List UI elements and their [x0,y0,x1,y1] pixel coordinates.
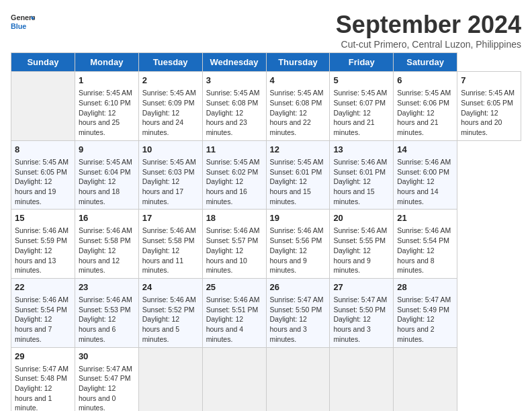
day-number: 25 [206,281,263,293]
sunrise-text: Sunrise: 5:45 AM [397,89,451,97]
daylight-label: Daylight: 12 hours and 19 minutes. [15,177,56,205]
sunrise-text: Sunrise: 5:47 AM [397,295,451,304]
sunrise-text: Sunrise: 5:45 AM [270,158,324,166]
calendar-cell: 28Sunrise: 5:47 AMSunset: 5:49 PMDayligh… [394,278,457,347]
calendar-cell: 16Sunrise: 5:46 AMSunset: 5:58 PMDayligh… [75,210,138,279]
day-number: 24 [142,281,199,293]
day-number: 1 [79,75,135,87]
sunset-text: Sunset: 5:48 PM [15,374,67,382]
sunrise-text: Sunrise: 5:45 AM [461,89,515,97]
weekday-header-friday: Friday [330,53,394,72]
sunset-text: Sunset: 6:08 PM [206,99,259,107]
day-number: 16 [79,212,135,224]
sunrise-text: Sunrise: 5:46 AM [79,226,132,234]
sunset-text: Sunset: 6:05 PM [461,99,513,107]
daylight-label: Daylight: 12 hours and 22 minutes. [270,109,311,136]
weekday-header-saturday: Saturday [394,53,457,72]
logo: General Blue [11,11,35,35]
daylight-label: Daylight: 12 hours and 25 minutes. [79,109,120,136]
sunset-text: Sunset: 6:10 PM [79,99,131,107]
sunset-text: Sunset: 5:58 PM [142,236,195,244]
calendar-cell: 23Sunrise: 5:46 AMSunset: 5:53 PMDayligh… [75,278,138,347]
sunrise-text: Sunrise: 5:46 AM [333,226,387,234]
sunrise-text: Sunrise: 5:45 AM [333,89,387,97]
sunrise-text: Sunrise: 5:46 AM [142,295,196,304]
day-number: 2 [142,75,199,87]
sunrise-text: Sunrise: 5:47 AM [270,295,324,304]
calendar-cell [266,347,330,411]
calendar-cell: 17Sunrise: 5:46 AMSunset: 5:58 PMDayligh… [138,210,202,279]
day-number: 23 [79,281,135,293]
daylight-label: Daylight: 12 hours and 20 minutes. [461,109,502,136]
daylight-label: Daylight: 12 hours and 13 minutes. [15,246,56,274]
sunrise-text: Sunrise: 5:46 AM [142,226,196,234]
sunset-text: Sunset: 5:51 PM [206,306,259,314]
calendar-cell: 4Sunrise: 5:45 AMSunset: 6:08 PMDaylight… [266,72,330,141]
daylight-label: Daylight: 12 hours and 3 minutes. [333,315,370,342]
day-number: 29 [15,351,71,363]
day-number: 15 [15,212,71,224]
calendar-cell: 10Sunrise: 5:45 AMSunset: 6:03 PMDayligh… [138,140,202,210]
daylight-label: Daylight: 12 hours and 4 minutes. [206,315,243,342]
title-block: September 2024 Cut-cut Primero, Central … [336,11,521,50]
sunrise-text: Sunrise: 5:45 AM [142,89,196,97]
daylight-label: Daylight: 12 hours and 0 minutes. [79,384,116,411]
page-header: General Blue September 2024 Cut-cut Prim… [11,11,521,50]
day-number: 12 [270,144,326,156]
daylight-label: Daylight: 12 hours and 23 minutes. [206,109,247,136]
sunrise-text: Sunrise: 5:46 AM [397,226,451,234]
sunrise-text: Sunrise: 5:47 AM [79,365,132,373]
calendar-cell: 9Sunrise: 5:45 AMSunset: 6:04 PMDaylight… [75,140,138,210]
calendar-cell: 20Sunrise: 5:46 AMSunset: 5:55 PMDayligh… [330,210,394,279]
day-number: 22 [15,281,71,293]
sunrise-text: Sunrise: 5:45 AM [142,158,196,166]
calendar-cell: 19Sunrise: 5:46 AMSunset: 5:56 PMDayligh… [266,210,330,279]
sunset-text: Sunset: 5:49 PM [397,306,449,314]
calendar-cell: 3Sunrise: 5:45 AMSunset: 6:08 PMDaylight… [202,72,266,141]
sunset-text: Sunset: 6:03 PM [142,168,195,176]
calendar-week-1: 1Sunrise: 5:45 AMSunset: 6:10 PMDaylight… [11,72,521,141]
day-number: 10 [142,144,199,156]
daylight-label: Daylight: 12 hours and 21 minutes. [333,109,374,136]
calendar-cell: 21Sunrise: 5:46 AMSunset: 5:54 PMDayligh… [394,210,457,279]
sunrise-text: Sunrise: 5:46 AM [270,226,324,234]
sunset-text: Sunset: 6:02 PM [206,168,259,176]
sunrise-text: Sunrise: 5:45 AM [15,158,69,166]
calendar-week-3: 15Sunrise: 5:46 AMSunset: 5:59 PMDayligh… [11,210,521,279]
daylight-label: Daylight: 12 hours and 1 minute. [15,384,52,411]
calendar-cell: 8Sunrise: 5:45 AMSunset: 6:05 PMDaylight… [11,140,75,210]
sunset-text: Sunset: 5:58 PM [79,236,131,244]
daylight-label: Daylight: 12 hours and 12 minutes. [79,246,120,274]
sunrise-text: Sunrise: 5:47 AM [15,365,69,373]
sunset-text: Sunset: 5:54 PM [15,306,67,314]
calendar-cell: 22Sunrise: 5:46 AMSunset: 5:54 PMDayligh… [11,278,75,347]
daylight-label: Daylight: 12 hours and 7 minutes. [15,315,52,342]
day-number: 21 [397,212,453,224]
calendar-week-2: 8Sunrise: 5:45 AMSunset: 6:05 PMDaylight… [11,140,521,210]
calendar-week-5: 29Sunrise: 5:47 AMSunset: 5:48 PMDayligh… [11,347,521,411]
calendar-cell: 5Sunrise: 5:45 AMSunset: 6:07 PMDaylight… [330,72,394,141]
sunset-text: Sunset: 6:08 PM [270,99,322,107]
sunrise-text: Sunrise: 5:45 AM [206,89,260,97]
day-number: 26 [270,281,326,293]
sunset-text: Sunset: 5:54 PM [397,236,449,244]
daylight-label: Daylight: 12 hours and 2 minutes. [397,315,434,342]
calendar-cell: 2Sunrise: 5:45 AMSunset: 6:09 PMDaylight… [138,72,202,141]
calendar-cell: 6Sunrise: 5:45 AMSunset: 6:06 PMDaylight… [394,72,457,141]
empty-cell [11,72,75,141]
daylight-label: Daylight: 12 hours and 15 minutes. [333,177,374,205]
calendar-cell: 1Sunrise: 5:45 AMSunset: 6:10 PMDaylight… [75,72,138,141]
calendar-cell: 25Sunrise: 5:46 AMSunset: 5:51 PMDayligh… [202,278,266,347]
sunset-text: Sunset: 6:09 PM [142,99,195,107]
daylight-label: Daylight: 12 hours and 14 minutes. [397,177,438,205]
daylight-label: Daylight: 12 hours and 3 minutes. [270,315,307,342]
calendar-cell: 29Sunrise: 5:47 AMSunset: 5:48 PMDayligh… [11,347,75,411]
daylight-label: Daylight: 12 hours and 9 minutes. [333,246,370,274]
daylight-label: Daylight: 12 hours and 8 minutes. [397,246,434,274]
sunset-text: Sunset: 5:57 PM [206,236,259,244]
svg-text:Blue: Blue [11,22,26,30]
day-number: 30 [79,351,135,363]
sunset-text: Sunset: 5:52 PM [142,306,195,314]
sunrise-text: Sunrise: 5:45 AM [79,158,132,166]
calendar-cell: 18Sunrise: 5:46 AMSunset: 5:57 PMDayligh… [202,210,266,279]
